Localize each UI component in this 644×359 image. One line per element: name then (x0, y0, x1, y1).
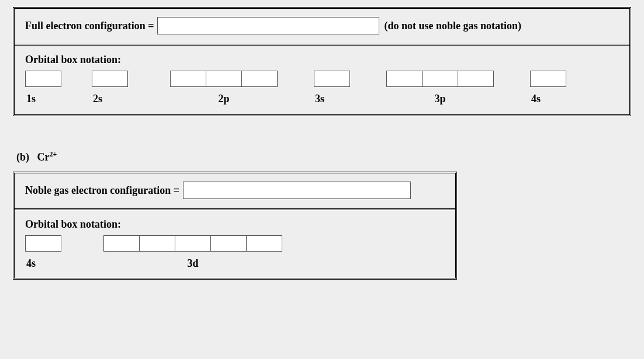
orbital-label-3p: 3p (386, 93, 494, 105)
section-a-container: Full electron configuration = (do not us… (13, 7, 631, 116)
orbital-box-b-3d-5[interactable] (246, 235, 282, 252)
orbital-group-3s: 3s (314, 71, 350, 105)
orbital-label-2p: 2p (170, 93, 278, 105)
orbital-row-b: Orbital box notation: 4s (15, 210, 455, 278)
orbital-box-2p-2[interactable] (206, 71, 242, 87)
orbital-group-b-4s: 4s (25, 235, 61, 270)
orbital-group-2s: 2s (92, 71, 128, 105)
orbital-box-b-3d-2[interactable] (139, 235, 175, 252)
orbital-box-b-3d-4[interactable] (210, 235, 247, 252)
orbital-group-1s: 1s (25, 71, 61, 105)
orbital-label-3s: 3s (314, 93, 350, 105)
orbital-label-1s: 1s (25, 93, 61, 105)
orbital-box-1s-1[interactable] (25, 71, 61, 87)
orbital-box-2p-1[interactable] (170, 71, 206, 87)
noble-config-label: Noble gas electron configuration = (25, 184, 179, 197)
orbital-row-a: Orbital box notation: 1s 2s (15, 46, 629, 114)
orbital-label-b-4s: 4s (25, 257, 61, 270)
orbital-box-3p-2[interactable] (422, 71, 458, 87)
section-b-container: Noble gas electron configuration = Orbit… (13, 172, 457, 280)
species-base: Cr (37, 151, 50, 163)
orbital-label-2s: 2s (92, 93, 128, 105)
orbital-label-b-3d: 3d (103, 257, 282, 270)
orbital-group-b-3d: 3d (103, 235, 282, 270)
orbital-label-4s: 4s (530, 93, 566, 105)
part-b-label: (b) Cr2+ (16, 150, 631, 163)
orbital-title-b: Orbital box notation: (25, 218, 445, 231)
species-super: 2+ (50, 150, 57, 158)
full-config-label: Full electron configuration = (25, 20, 154, 32)
noble-config-input[interactable] (183, 182, 411, 199)
part-b-marker: (b) (16, 151, 29, 163)
part-b-species: Cr2+ (37, 151, 57, 163)
orbital-box-3s-1[interactable] (314, 71, 350, 87)
orbital-box-b-4s-1[interactable] (25, 235, 61, 252)
orbital-box-3p-1[interactable] (386, 71, 423, 87)
orbital-box-b-3d-1[interactable] (103, 235, 140, 252)
orbital-groups-b: 4s 3d (25, 235, 445, 270)
orbital-box-b-3d-3[interactable] (175, 235, 211, 252)
orbital-box-2p-3[interactable] (241, 71, 278, 87)
orbital-box-2s-1[interactable] (92, 71, 128, 87)
orbital-groups-a: 1s 2s 2p (25, 71, 619, 105)
orbital-group-3p: 3p (386, 71, 494, 105)
orbital-group-4s: 4s (530, 71, 566, 105)
orbital-group-2p: 2p (170, 71, 278, 105)
orbital-box-4s-1[interactable] (530, 71, 566, 87)
orbital-box-3p-3[interactable] (458, 71, 494, 87)
full-config-row: Full electron configuration = (do not us… (15, 9, 629, 46)
full-config-hint: (do not use noble gas notation) (384, 20, 521, 32)
noble-config-row: Noble gas electron configuration = (15, 173, 455, 210)
orbital-title-a: Orbital box notation: (25, 54, 619, 66)
full-config-input[interactable] (157, 17, 379, 34)
